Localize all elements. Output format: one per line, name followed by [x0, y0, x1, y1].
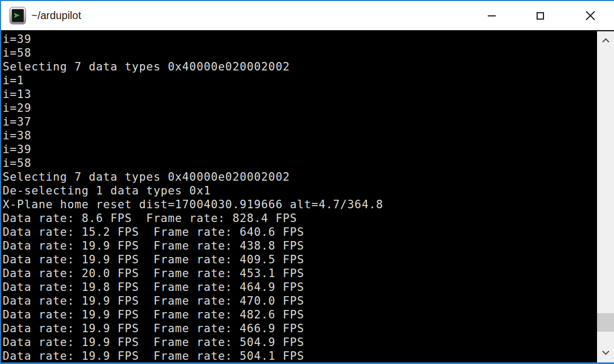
terminal-line: Data rate: 19.9 FPS Frame rate: 438.8 FP… — [3, 239, 597, 253]
terminal-line: i=38 — [3, 129, 597, 143]
titlebar[interactable]: ~/ardupilot — [1, 1, 614, 30]
terminal-app-icon[interactable] — [10, 7, 26, 24]
terminal-line: De-selecting 1 data types 0x1 — [3, 184, 597, 198]
terminal-line: Data rate: 20.0 FPS Frame rate: 453.1 FP… — [3, 267, 597, 280]
terminal-line: i=29 — [3, 101, 597, 115]
close-button[interactable] — [578, 1, 602, 30]
terminal-line: Data rate: 19.8 FPS Frame rate: 464.9 FP… — [3, 280, 597, 294]
prompt-arrow-icon — [14, 13, 21, 19]
chevron-up-icon — [602, 38, 610, 43]
maximize-button[interactable] — [528, 1, 552, 30]
terminal-line: Data rate: 19.9 FPS Frame rate: 504.1 FP… — [3, 349, 597, 362]
terminal-line: i=13 — [3, 87, 597, 101]
close-icon — [585, 11, 595, 21]
window-body: i=39i=58Selecting 7 data types 0x40000e0… — [1, 31, 614, 362]
terminal-line: i=58 — [3, 156, 597, 170]
terminal-line: Data rate: 19.9 FPS Frame rate: 466.9 FP… — [3, 322, 597, 335]
terminal-line: Selecting 7 data types 0x40000e020002002 — [3, 170, 597, 184]
terminal-line: Data rate: 19.9 FPS Frame rate: 470.0 FP… — [3, 294, 597, 308]
scrollbar-thumb[interactable] — [597, 313, 614, 332]
terminal-line: Data rate: 15.2 FPS Frame rate: 640.6 FP… — [3, 225, 597, 239]
terminal-line: i=37 — [3, 115, 597, 129]
scroll-up-button[interactable] — [597, 32, 614, 48]
terminal-line: Data rate: 19.9 FPS Frame rate: 409.5 FP… — [3, 253, 597, 267]
terminal-line: Selecting 7 data types 0x40000e020002002 — [3, 60, 597, 74]
scroll-down-button[interactable] — [597, 344, 614, 360]
minimize-button[interactable] — [479, 1, 504, 30]
chevron-down-icon — [602, 350, 610, 355]
terminal-line: Data rate: 19.9 FPS Frame rate: 504.9 FP… — [3, 335, 597, 349]
terminal-app-icon-screen — [12, 9, 24, 22]
terminal-line: i=39 — [3, 32, 597, 46]
maximize-icon — [537, 12, 544, 20]
terminal-window: ~/ardupilot i=39i=58Selecting 7 data typ… — [0, 0, 614, 364]
terminal-line: Data rate: 19.9 FPS Frame rate: 482.6 FP… — [3, 308, 597, 322]
scrollbar[interactable] — [597, 31, 614, 362]
terminal-output[interactable]: i=39i=58Selecting 7 data types 0x40000e0… — [1, 31, 597, 362]
terminal-line: Data rate: 8.6 FPS Frame rate: 828.4 FPS — [3, 211, 597, 225]
terminal-line: X-Plane home reset dist=17004030.919666 … — [3, 198, 597, 211]
window-title: ~/ardupilot — [31, 10, 81, 22]
terminal-line: i=39 — [3, 143, 597, 156]
terminal-line: i=1 — [3, 74, 597, 87]
terminal-line: i=58 — [3, 46, 597, 60]
minimize-icon — [488, 15, 496, 16]
